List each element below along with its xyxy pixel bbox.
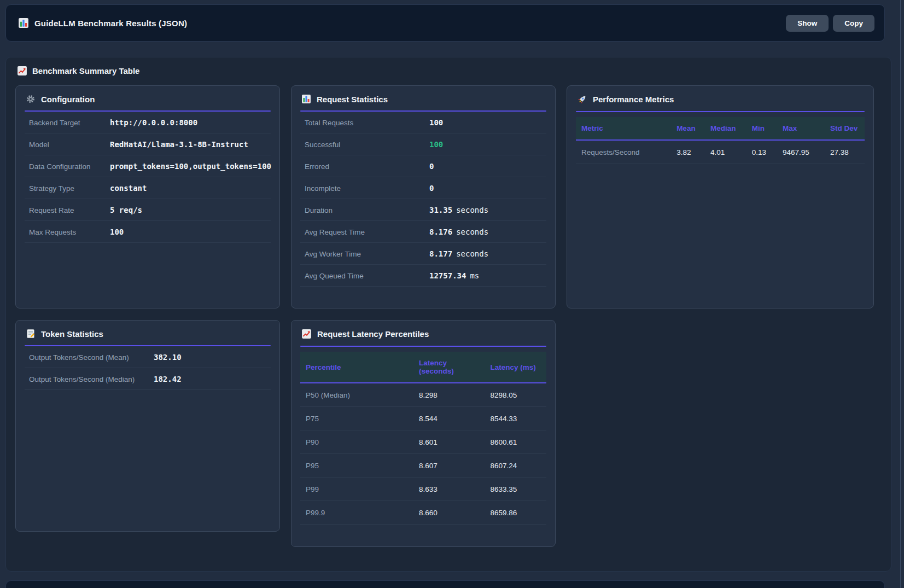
cell-value: 8633.35 xyxy=(485,478,547,501)
table-row: P958.6078607.24 xyxy=(300,454,546,478)
value-unit: seconds xyxy=(456,228,488,236)
token-statistics-card: Token Statistics Output Tokens/Second (M… xyxy=(15,320,280,532)
row-value: 5 req/s xyxy=(110,206,142,214)
card-title: Request Latency Percentiles xyxy=(317,329,429,339)
row-label: Avg Request Time xyxy=(305,228,429,236)
value-unit: seconds xyxy=(456,206,488,214)
cell-value: 8.298 xyxy=(413,383,485,407)
chart-increasing-icon xyxy=(17,66,27,76)
card-title: Request Statistics xyxy=(317,95,388,104)
kv-row: Avg Worker Time8.177seconds xyxy=(300,243,546,265)
row-label: P95 xyxy=(300,454,413,478)
kv-row: Max Requests100 xyxy=(25,221,271,243)
row-label: Errored xyxy=(305,162,429,171)
column-header: Min xyxy=(746,117,777,140)
column-header: Std Dev xyxy=(825,117,865,140)
request-statistics-card: Request Statistics Total Requests100Succ… xyxy=(291,85,556,308)
row-label: Max Requests xyxy=(29,228,110,236)
row-value: 12757.34ms xyxy=(429,271,479,280)
table-header-row: MetricMeanMedianMinMaxStd Dev xyxy=(576,117,865,140)
card-title-row: Performance Metrics xyxy=(576,86,865,111)
table-row: P758.5448544.33 xyxy=(300,407,546,430)
card-title: Performance Metrics xyxy=(593,95,674,104)
row-label: Duration xyxy=(305,206,429,214)
kv-row: Output Tokens/Second (Median)182.42 xyxy=(25,368,271,390)
card-title: Configuration xyxy=(41,95,95,104)
row-label: Output Tokens/Second (Mean) xyxy=(29,353,154,362)
row-value: RedHatAI/Llama-3.1-8B-Instruct xyxy=(110,140,248,149)
latency-percentiles-table: PercentileLatency (seconds)Latency (ms) … xyxy=(300,352,546,525)
value-unit: seconds xyxy=(456,249,488,258)
cell-value: 8.601 xyxy=(413,430,485,454)
scrollbar-track[interactable] xyxy=(900,0,904,588)
row-value: 8.177seconds xyxy=(429,249,488,258)
row-value: 31.35seconds xyxy=(429,206,488,214)
kv-row: Avg Queued Time12757.34ms xyxy=(300,265,546,287)
kv-row: Incomplete0 xyxy=(300,177,546,199)
row-value: 382.10 xyxy=(154,353,182,362)
rocket-icon xyxy=(577,94,587,104)
row-label: Model xyxy=(29,141,110,149)
cell-value: 0.13 xyxy=(746,140,777,164)
row-value: 8.176seconds xyxy=(429,228,488,236)
card-title-row: Configuration xyxy=(25,86,271,110)
column-header: Latency (seconds) xyxy=(413,352,485,383)
row-label: Avg Queued Time xyxy=(305,272,429,280)
cell-value: 8659.86 xyxy=(485,501,547,525)
kv-row: Request Rate5 req/s xyxy=(25,199,271,221)
cards-grid: Configuration Backend Targethttp://0.0.0… xyxy=(15,85,882,547)
table-header-row: PercentileLatency (seconds)Latency (ms) xyxy=(300,352,546,383)
column-header: Percentile xyxy=(300,352,413,383)
copy-button[interactable]: Copy xyxy=(833,15,874,32)
value-unit: ms xyxy=(470,271,479,280)
row-label: Backend Target xyxy=(29,119,110,127)
row-label: Avg Worker Time xyxy=(305,250,429,258)
row-label: Strategy Type xyxy=(29,184,110,193)
kv-row: Avg Request Time8.176seconds xyxy=(300,221,546,243)
cell-value: 4.01 xyxy=(705,140,746,164)
table-row: P998.6338633.35 xyxy=(300,478,546,501)
performance-metrics-table: MetricMeanMedianMinMaxStd Dev Requests/S… xyxy=(576,117,865,164)
row-label: Request Rate xyxy=(29,206,110,214)
row-label: Total Requests xyxy=(305,119,429,127)
show-button[interactable]: Show xyxy=(786,15,829,32)
kv-row: Strategy Typeconstant xyxy=(25,177,271,199)
collapsed-panel-edge xyxy=(5,580,885,588)
request-statistics-rows: Total Requests100Successful100Errored0In… xyxy=(300,112,546,287)
row-value: 100 xyxy=(110,228,124,236)
column-header: Median xyxy=(705,117,746,140)
cell-value: 8.544 xyxy=(413,407,485,430)
column-header: Metric xyxy=(576,117,671,140)
title-underline xyxy=(576,111,865,112)
card-title: Token Statistics xyxy=(41,329,103,339)
performance-metrics-card: Performance Metrics MetricMeanMedianMinM… xyxy=(567,85,874,308)
table-row: P99.98.6608659.86 xyxy=(300,501,546,525)
section-title: Benchmark Summary Table xyxy=(32,66,139,75)
kv-row: Total Requests100 xyxy=(300,112,546,133)
kv-row: ModelRedHatAI/Llama-3.1-8B-Instruct xyxy=(25,133,271,155)
cell-value: 8607.24 xyxy=(485,454,547,478)
card-title-row: Request Statistics xyxy=(300,86,546,110)
row-label: P75 xyxy=(300,407,413,430)
token-statistics-rows: Output Tokens/Second (Mean)382.10Output … xyxy=(25,346,271,390)
row-label: Requests/Second xyxy=(576,140,671,164)
column-header: Latency (ms) xyxy=(485,352,547,383)
benchmark-summary-section: Benchmark Summary Table Configuration Ba… xyxy=(5,57,891,572)
cell-value: 9467.95 xyxy=(777,140,825,164)
card-title-row: Token Statistics xyxy=(25,321,271,345)
section-heading: Benchmark Summary Table xyxy=(17,66,882,76)
table-row: Requests/Second3.824.010.139467.9527.38 xyxy=(576,140,865,164)
memo-icon xyxy=(26,329,36,339)
configuration-rows: Backend Targethttp://0.0.0.0:8000ModelRe… xyxy=(25,112,271,243)
kv-row: Errored0 xyxy=(300,155,546,177)
cell-value: 27.38 xyxy=(825,140,865,164)
cell-value: 3.82 xyxy=(671,140,705,164)
row-label: P99.9 xyxy=(300,501,413,525)
row-label: P99 xyxy=(300,478,413,501)
cell-value: 8.660 xyxy=(413,501,485,525)
configuration-card: Configuration Backend Targethttp://0.0.0… xyxy=(15,85,280,308)
kv-row: Duration31.35seconds xyxy=(300,199,546,221)
results-header-panel: GuideLLM Benchmark Results (JSON) Show C… xyxy=(5,4,885,42)
chart-increasing-icon xyxy=(301,329,312,339)
card-title-row: Request Latency Percentiles xyxy=(300,321,546,346)
